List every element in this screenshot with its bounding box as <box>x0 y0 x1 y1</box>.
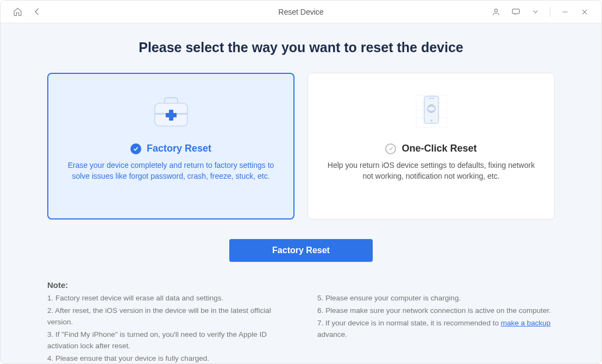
content-area: Please select the way you want to reset … <box>1 23 601 363</box>
note-6: 6. Please make sure your network connect… <box>317 305 555 317</box>
note-3: 3. If "Find My iPhone" is turned on, you… <box>47 329 285 352</box>
medkit-icon <box>149 90 193 133</box>
factory-reset-desc: Erase your device completely and return … <box>64 160 278 182</box>
factory-reset-button[interactable]: Factory Reset <box>229 239 373 262</box>
note-4: 4. Please ensure that your device is ful… <box>47 353 285 363</box>
feedback-icon[interactable] <box>511 7 521 17</box>
one-click-reset-desc: Help you return iOS device settings to d… <box>324 160 538 182</box>
titlebar: Reset Device <box>1 1 601 23</box>
chevron-down-icon[interactable] <box>530 7 540 17</box>
notes-right-col: 5. Please ensure your computer is chargi… <box>317 293 555 363</box>
home-icon[interactable] <box>12 7 22 17</box>
one-click-reset-title: One-Click Reset <box>402 143 476 154</box>
user-icon[interactable] <box>491 7 501 17</box>
note-5: 5. Please ensure your computer is chargi… <box>317 293 555 304</box>
phone-reset-icon <box>410 90 453 133</box>
notes-left-col: 1. Factory reset device will erase all d… <box>47 293 285 363</box>
minimize-icon[interactable] <box>560 7 570 17</box>
reset-options: Factory Reset Erase your device complete… <box>47 73 555 219</box>
titlebar-divider <box>550 7 550 17</box>
svg-rect-13 <box>424 96 438 123</box>
svg-point-0 <box>494 9 497 11</box>
note-2: 2. After reset, the iOS version in the d… <box>47 305 285 328</box>
checkmark-icon <box>130 143 141 154</box>
back-icon[interactable] <box>32 7 42 17</box>
note-7: 7. If your device is in normal state, it… <box>317 318 555 341</box>
factory-reset-title: Factory Reset <box>147 143 211 154</box>
svg-rect-5 <box>166 113 177 117</box>
note-1: 1. Factory reset device will erase all d… <box>47 293 285 304</box>
factory-reset-card[interactable]: Factory Reset Erase your device complete… <box>47 73 294 219</box>
notes-section: Note: 1. Factory reset device will erase… <box>47 280 555 363</box>
close-icon[interactable] <box>580 7 590 17</box>
notes-heading: Note: <box>47 280 555 290</box>
svg-point-14 <box>430 120 432 122</box>
one-click-reset-card[interactable]: One-Click Reset Help you return iOS devi… <box>308 73 555 219</box>
window-title: Reset Device <box>278 8 323 16</box>
radio-unselected-icon <box>385 143 396 154</box>
page-heading: Please select the way you want to reset … <box>47 40 555 55</box>
make-backup-link[interactable]: make a backup <box>501 319 551 327</box>
svg-rect-15 <box>429 98 434 99</box>
